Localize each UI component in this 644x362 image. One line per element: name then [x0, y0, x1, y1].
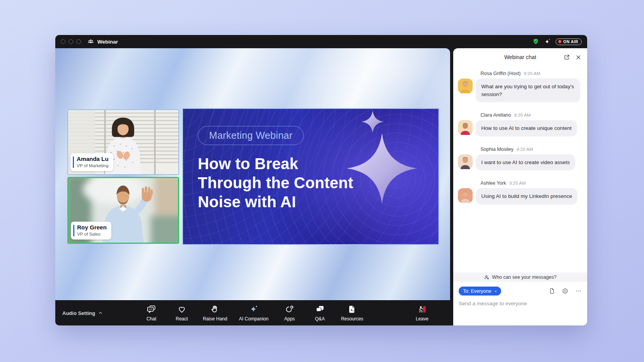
titlebar-status-area: ON AIR	[532, 38, 582, 45]
speaker-role: VP of Sales	[77, 232, 107, 237]
raised-hand-icon	[210, 304, 220, 314]
avatar	[458, 120, 473, 135]
window-zoom-button[interactable]	[76, 39, 81, 44]
toolbar-button-resources[interactable]: Resources	[341, 304, 363, 321]
sender-name: Ashlee York	[480, 180, 506, 186]
shared-slide: Marketing Webinar How to Break Through t…	[182, 108, 439, 245]
chat-message-list: Rosa Griffin (Host)9:20 AM What are you …	[453, 66, 587, 205]
video-stage: Amanda Lu VP of Marketing	[55, 48, 450, 300]
privacy-note[interactable]: Who can see your messages?	[453, 273, 587, 282]
group-icon	[87, 38, 94, 45]
recipient-label: To: Everyone	[463, 289, 491, 294]
chat-message: Ashlee York9:20 AM Using AI to build my …	[458, 180, 581, 205]
apps-icon	[285, 304, 294, 314]
chat-title: Webinar chat	[504, 54, 536, 60]
slide-star-small	[361, 110, 384, 133]
speaker-name: Roy Green	[77, 224, 107, 231]
window-title: Webinar	[97, 39, 118, 45]
privacy-note-label: Who can see your messages?	[492, 275, 556, 280]
leave-door-icon	[417, 304, 427, 314]
toolbar-button-react[interactable]: React	[172, 304, 191, 321]
desktop-background: Webinar ON AIR	[0, 0, 644, 362]
nameplate-amanda: Amanda Lu VP of Marketing	[70, 153, 113, 171]
ai-sparkle-icon[interactable]	[544, 38, 551, 45]
chat-message: Clara Arellano9:20 AM How to use AI to c…	[458, 112, 581, 136]
heart-icon	[177, 304, 187, 314]
message-bubble: Using AI to build my LinkedIn presence	[476, 188, 577, 205]
toolbar-button-chat[interactable]: Chat	[142, 304, 161, 321]
slide-star-large	[347, 133, 417, 204]
message-input[interactable]	[459, 301, 582, 306]
nameplate-roy: Roy Green VP of Sales	[71, 222, 111, 240]
chat-footer: Who can see your messages? To: Everyone	[453, 273, 587, 325]
on-air-badge: ON AIR	[556, 38, 582, 45]
window-close-button[interactable]	[61, 39, 65, 44]
ai-sparkle-icon	[249, 304, 259, 314]
chat-message: Rosa Griffin (Host)9:20 AM What are you …	[458, 71, 581, 102]
message-time: 9:20 AM	[517, 147, 533, 152]
speaker-role: VP of Marketing	[77, 163, 109, 168]
close-icon[interactable]	[575, 54, 582, 61]
toolbar-button-ai-companion[interactable]: AI Companion	[239, 304, 269, 321]
audio-setting-button[interactable]: Audio Setting	[62, 310, 103, 316]
more-options-icon[interactable]	[575, 288, 582, 294]
on-air-dot	[558, 40, 561, 43]
composer: To: Everyone	[453, 282, 587, 325]
qa-bubbles-icon	[315, 304, 325, 314]
avatar	[458, 154, 473, 169]
toolbar-button-qa[interactable]: Q&A	[311, 304, 329, 321]
recipient-selector[interactable]: To: Everyone	[459, 287, 501, 296]
on-air-label: ON AIR	[563, 40, 578, 44]
sender-name: Clara Arellano	[480, 112, 511, 118]
window-controls	[61, 39, 81, 44]
message-bubble: I want to use AI to create video assets	[476, 154, 575, 171]
message-time: 9:20 AM	[514, 113, 531, 117]
chat-panel: Webinar chat Rosa Griffin (Host)9:20 AM …	[453, 48, 587, 325]
file-icon[interactable]	[549, 288, 555, 294]
window-minimize-button[interactable]	[69, 39, 73, 44]
chevron-up-icon	[98, 311, 103, 315]
toolbar-button-apps[interactable]: Apps	[280, 304, 299, 321]
toolbar-button-raise-hand[interactable]: Raise Hand	[203, 304, 227, 321]
audio-setting-label: Audio Setting	[62, 310, 95, 316]
chat-message: Sophia Mosiley9:20 AM I want to use AI t…	[458, 147, 581, 171]
slide-badge: Marketing Webinar	[198, 126, 304, 145]
shield-check-icon[interactable]	[532, 38, 539, 45]
sender-name: Rosa Griffin (Host)	[480, 71, 521, 76]
emoji-icon[interactable]	[562, 288, 568, 294]
message-bubble: How to use AI to create unique content	[476, 120, 577, 136]
speaker-tile-amanda[interactable]: Amanda Lu VP of Marketing	[67, 109, 179, 175]
chat-bubble-icon	[147, 304, 156, 314]
chevron-down-icon	[494, 289, 498, 293]
pop-out-icon[interactable]	[563, 54, 570, 61]
meeting-toolbar: Audio Setting Chat React	[55, 300, 450, 325]
speaker-name: Amanda Lu	[77, 156, 109, 163]
speaker-tile-roy[interactable]: Roy Green VP of Sales	[67, 177, 179, 244]
person-privacy-icon	[484, 275, 490, 280]
avatar	[458, 188, 473, 203]
leave-button[interactable]: Leave	[413, 304, 431, 321]
toolbar-center-buttons: Chat React Raise Hand	[142, 304, 363, 321]
chat-header: Webinar chat	[453, 48, 587, 66]
message-time: 9:20 AM	[509, 181, 526, 185]
message-time: 9:20 AM	[524, 71, 540, 76]
sender-name: Sophia Mosiley	[480, 147, 514, 152]
webinar-window: Webinar ON AIR	[55, 35, 587, 325]
titlebar: Webinar ON AIR	[55, 35, 587, 48]
avatar	[458, 79, 473, 93]
message-bubble: What are you trying to get out of today'…	[476, 79, 580, 102]
document-sparkle-icon	[347, 304, 357, 314]
